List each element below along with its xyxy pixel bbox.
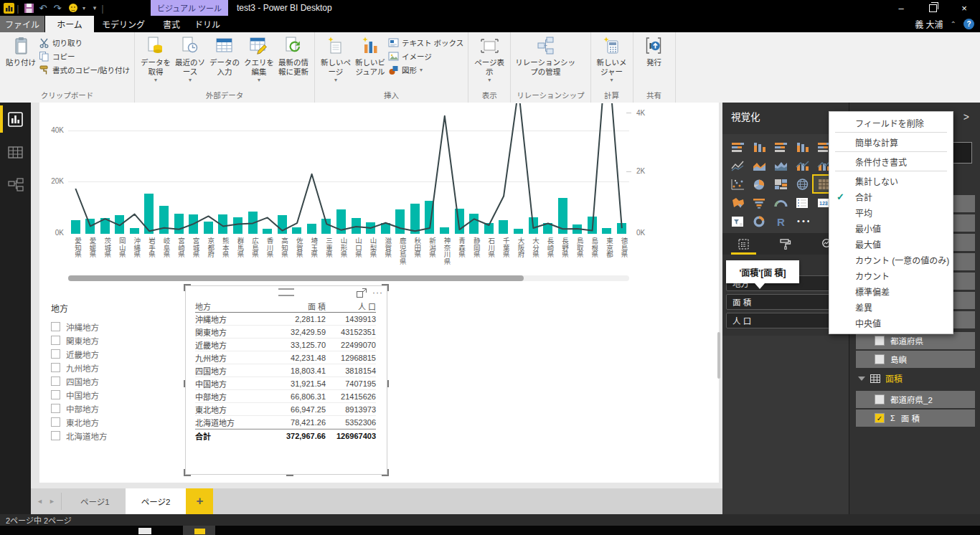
tab-drill[interactable]: ドリル [191,16,224,32]
checkbox-unchecked[interactable] [875,354,885,364]
table-row[interactable]: 関東地方32,429.5943152351 [195,326,376,338]
リレーションシップの管理-button[interactable]: リレーションシップの管理 [515,34,575,77]
コピー-button[interactable]: コピー [39,51,130,62]
切り取り-button[interactable]: 切り取り [39,37,130,48]
table-row[interactable]: 近畿地方33,125.7022499070 [195,338,376,351]
redo-icon[interactable]: ↷ [52,2,63,14]
checkbox-unchecked[interactable] [51,417,60,427]
field-row-都道府県[interactable]: 都道府県 [856,332,975,349]
tab-modeling[interactable]: モデリング [98,16,149,32]
最新の情報に更新-button[interactable]: 最新の情報に更新 [277,34,310,77]
clustered-bar-chart-icon[interactable] [771,138,791,155]
tab-fields[interactable] [722,233,765,255]
drag-grip-icon[interactable] [278,288,294,296]
stacked-area-chart-icon[interactable] [771,157,791,174]
page-tab-ページ2[interactable]: ページ2 [126,488,187,514]
table-group-面積[interactable]: 面積 [858,372,903,384]
slicer-item-北海道地方[interactable]: 北海道地方 [51,429,173,442]
combo-chart-visual[interactable]: 40K20K0K4K2K0K愛知県愛媛県茨城県岡山県沖縄県岩手県岐阜県宮崎県宮城… [39,103,656,282]
slicer-icon[interactable] [727,213,748,229]
発行-button[interactable]: 発行 [638,34,671,67]
prev-page-arrow-icon[interactable]: ◄ [34,488,46,514]
collapse-pane-chevron-icon[interactable]: > [963,111,969,123]
clustered-column-chart-icon[interactable] [792,138,813,155]
table-row[interactable]: 沖縄地方2,281.121439913 [195,313,376,326]
slicer-item-東北地方[interactable]: 東北地方 [51,415,173,429]
line-stacked-column-chart-icon[interactable] [792,157,813,174]
line-chart-icon[interactable] [727,157,748,174]
area-chart-icon[interactable] [749,157,770,174]
next-page-arrow-icon[interactable]: ► [46,488,58,514]
ページ表示-button[interactable]: ページ表示▾ [473,34,506,84]
checkbox-unchecked[interactable] [51,377,60,386]
chart-horizontal-scrollbar[interactable] [68,275,629,281]
menu-item-平均[interactable]: 平均 [829,204,953,220]
field-row-都道府県_2[interactable]: 都道府県_2 [856,391,975,408]
collapse-ribbon-icon[interactable]: ⌃ [951,20,956,28]
データの入力-button[interactable]: データの入力 [208,34,241,77]
table-row[interactable]: 四国地方18,803.413818154 [195,364,376,377]
tab-format[interactable] [765,233,807,255]
field-well-pill-面 積[interactable]: 面 積▾ [726,294,844,310]
tab-file[interactable]: ファイル [0,16,44,32]
restore-button[interactable] [917,0,948,16]
table-row[interactable]: 九州地方42,231.4812968815 [195,351,376,364]
貼り付け-button[interactable]: 貼り付け [4,34,37,67]
scatter-chart-icon[interactable] [727,176,748,192]
tab-format[interactable]: 書式 [155,16,188,32]
more-options-icon[interactable]: ··· [372,288,383,298]
field-row-面 積[interactable]: ✓Σ面 積 [856,409,975,427]
checkbox-unchecked[interactable] [51,349,60,359]
checkbox-unchecked[interactable] [51,404,60,413]
selection-handle[interactable] [184,380,185,387]
データを取得-button[interactable]: データを取得▾ [139,34,172,84]
close-button[interactable]: × [948,0,980,16]
新しいビジュアル-button[interactable]: 新しいビジュアル [354,34,387,77]
slicer-item-九州地方[interactable]: 九州地方 [51,361,173,374]
menu-item-差異[interactable]: 差異 [829,299,953,315]
図形-button[interactable]: 図形▾ [388,65,463,75]
menu-item-集計しない[interactable]: 集計しない [829,173,953,189]
report-view-button[interactable] [0,103,31,136]
stacked-bar-chart-icon[interactable] [727,138,748,155]
add-page-button[interactable]: + [186,488,213,514]
multi-row-card-icon[interactable] [792,194,813,211]
table-visual-selected[interactable]: ··· 地方面 積人 口沖縄地方2,281.121439913関東地方32,42… [185,285,387,475]
slicer-item-中国地方[interactable]: 中国地方 [51,388,173,402]
新しいメジャー-button[interactable]: 新しいメジャー▾ [595,34,628,84]
checkbox-unchecked[interactable] [51,363,60,372]
slicer-item-近畿地方[interactable]: 近畿地方 [51,347,173,361]
menu-item-最小値[interactable]: 最小値 [829,220,953,236]
テキスト ボックス-button[interactable]: テキスト ボックス [388,37,463,48]
最近のソース-button[interactable]: 最近のソース▾ [174,34,207,84]
menu-item-簡単な計算[interactable]: 簡単な計算 [829,134,953,150]
slicer-visual[interactable]: 地方 沖縄地方関東地方近畿地方九州地方四国地方中国地方中部地方東北地方北海道地方 [51,302,173,442]
checkbox-unchecked[interactable] [51,336,60,345]
menu-item-中央値[interactable]: 中央値 [829,315,953,331]
pie-chart-icon[interactable] [749,176,770,192]
menu-item-最大値[interactable]: 最大値 [829,236,953,252]
ellipsis-icon[interactable]: • • • [792,213,813,229]
新しいページ-button[interactable]: 新しいページ▾ [319,34,352,84]
treemap-icon[interactable] [771,176,791,192]
イメージ-button[interactable]: イメージ [388,51,463,62]
table-row[interactable]: 北海道地方78,421.265352306 [195,416,376,429]
filled-map-icon[interactable] [727,194,748,211]
table-row[interactable]: 中国地方31,921.547407195 [195,377,376,390]
field-row-島嶼[interactable]: 島嶼 [856,351,975,368]
checkbox-checked[interactable]: ✓ [875,413,885,423]
help-icon[interactable]: ? [963,19,974,29]
smiley-dropdown-caret-icon[interactable]: ▾ [80,2,88,14]
expand-triangle-icon[interactable] [858,377,865,381]
selection-handle[interactable] [184,284,191,291]
checkbox-unchecked[interactable] [875,394,885,404]
menu-item-合計[interactable]: ✓合計 [829,189,953,204]
tab-home[interactable]: ホーム [45,16,94,32]
r-script-icon[interactable]: R [771,213,791,229]
書式のコピー/貼り付け-button[interactable]: 書式のコピー/貼り付け [39,65,130,75]
menu-item-条件付き書式[interactable]: 条件付き書式 [829,153,953,169]
slicer-item-沖縄地方[interactable]: 沖縄地方 [51,320,173,333]
model-view-button[interactable] [0,169,31,202]
quick-toolbar-caret-icon[interactable]: ▾ [90,2,99,14]
donut-chart-icon[interactable] [749,213,770,229]
